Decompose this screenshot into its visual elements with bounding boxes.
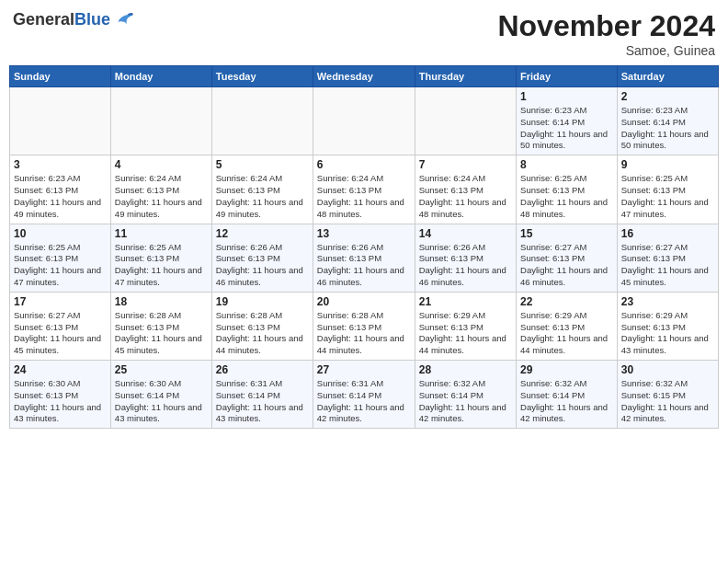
day-number: 8 (520, 158, 613, 171)
logo-bird-icon (112, 9, 134, 31)
calendar-cell: 26Sunrise: 6:31 AM Sunset: 6:14 PM Dayli… (211, 361, 313, 429)
day-info: Sunrise: 6:25 AM Sunset: 6:13 PM Dayligh… (520, 173, 613, 220)
day-number: 10 (14, 227, 107, 240)
calendar-cell: 5Sunrise: 6:24 AM Sunset: 6:13 PM Daylig… (211, 155, 313, 224)
day-number: 28 (419, 363, 512, 376)
day-info: Sunrise: 6:31 AM Sunset: 6:14 PM Dayligh… (216, 378, 309, 425)
day-number: 17 (14, 295, 107, 308)
day-number: 6 (317, 158, 411, 171)
day-number: 30 (621, 363, 714, 376)
calendar-cell: 24Sunrise: 6:30 AM Sunset: 6:13 PM Dayli… (10, 361, 111, 429)
calendar-week-1: 1Sunrise: 6:23 AM Sunset: 6:14 PM Daylig… (10, 87, 719, 155)
day-info: Sunrise: 6:25 AM Sunset: 6:13 PM Dayligh… (14, 242, 107, 289)
day-number: 5 (216, 158, 309, 171)
day-number: 4 (115, 158, 208, 171)
day-number: 13 (317, 227, 411, 240)
day-number: 25 (115, 363, 208, 376)
calendar-cell: 2Sunrise: 6:23 AM Sunset: 6:14 PM Daylig… (617, 87, 718, 155)
calendar-cell: 13Sunrise: 6:26 AM Sunset: 6:13 PM Dayli… (313, 224, 415, 292)
calendar-cell: 21Sunrise: 6:29 AM Sunset: 6:13 PM Dayli… (415, 292, 516, 360)
day-info: Sunrise: 6:23 AM Sunset: 6:13 PM Dayligh… (14, 173, 107, 220)
calendar-week-5: 24Sunrise: 6:30 AM Sunset: 6:13 PM Dayli… (10, 361, 719, 429)
day-number: 23 (621, 295, 714, 308)
day-info: Sunrise: 6:32 AM Sunset: 6:14 PM Dayligh… (419, 378, 512, 425)
weekday-friday: Friday (517, 66, 618, 87)
title-area: November 2024 Samoe, Guinea (497, 9, 715, 58)
day-number: 3 (14, 158, 107, 171)
day-info: Sunrise: 6:25 AM Sunset: 6:13 PM Dayligh… (621, 173, 714, 220)
day-info: Sunrise: 6:23 AM Sunset: 6:14 PM Dayligh… (621, 105, 714, 152)
logo-general: General (13, 10, 74, 29)
day-info: Sunrise: 6:29 AM Sunset: 6:13 PM Dayligh… (419, 310, 512, 357)
day-info: Sunrise: 6:32 AM Sunset: 6:14 PM Dayligh… (520, 378, 613, 425)
calendar-cell: 22Sunrise: 6:29 AM Sunset: 6:13 PM Dayli… (517, 292, 618, 360)
day-info: Sunrise: 6:24 AM Sunset: 6:13 PM Dayligh… (216, 173, 309, 220)
day-number: 16 (621, 227, 714, 240)
day-info: Sunrise: 6:31 AM Sunset: 6:14 PM Dayligh… (317, 378, 411, 425)
logo-blue: Blue (74, 10, 110, 29)
day-number: 7 (419, 158, 512, 171)
calendar-cell (211, 87, 313, 155)
day-info: Sunrise: 6:26 AM Sunset: 6:13 PM Dayligh… (216, 242, 309, 289)
calendar-cell (415, 87, 516, 155)
day-number: 14 (419, 227, 512, 240)
day-info: Sunrise: 6:23 AM Sunset: 6:14 PM Dayligh… (520, 105, 613, 152)
calendar-cell: 12Sunrise: 6:26 AM Sunset: 6:13 PM Dayli… (211, 224, 313, 292)
day-number: 2 (621, 90, 714, 103)
day-number: 24 (14, 363, 107, 376)
weekday-wednesday: Wednesday (313, 66, 415, 87)
calendar-cell (110, 87, 211, 155)
calendar-cell (313, 87, 415, 155)
day-info: Sunrise: 6:28 AM Sunset: 6:13 PM Dayligh… (317, 310, 411, 357)
calendar-cell: 15Sunrise: 6:27 AM Sunset: 6:13 PM Dayli… (517, 224, 618, 292)
calendar-cell: 3Sunrise: 6:23 AM Sunset: 6:13 PM Daylig… (10, 155, 111, 224)
day-number: 20 (317, 295, 411, 308)
weekday-monday: Monday (110, 66, 211, 87)
day-number: 22 (520, 295, 613, 308)
calendar-cell: 19Sunrise: 6:28 AM Sunset: 6:13 PM Dayli… (211, 292, 313, 360)
day-number: 15 (520, 227, 613, 240)
calendar-cell: 29Sunrise: 6:32 AM Sunset: 6:14 PM Dayli… (517, 361, 618, 429)
weekday-tuesday: Tuesday (211, 66, 313, 87)
calendar-cell: 30Sunrise: 6:32 AM Sunset: 6:15 PM Dayli… (617, 361, 718, 429)
calendar-cell: 4Sunrise: 6:24 AM Sunset: 6:13 PM Daylig… (110, 155, 211, 224)
day-info: Sunrise: 6:27 AM Sunset: 6:13 PM Dayligh… (520, 242, 613, 289)
calendar-cell: 25Sunrise: 6:30 AM Sunset: 6:14 PM Dayli… (110, 361, 211, 429)
calendar-cell (10, 87, 111, 155)
calendar-body: 1Sunrise: 6:23 AM Sunset: 6:14 PM Daylig… (10, 87, 719, 429)
day-info: Sunrise: 6:27 AM Sunset: 6:13 PM Dayligh… (621, 242, 714, 289)
calendar-cell: 18Sunrise: 6:28 AM Sunset: 6:13 PM Dayli… (110, 292, 211, 360)
day-number: 1 (520, 90, 613, 103)
calendar-cell: 1Sunrise: 6:23 AM Sunset: 6:14 PM Daylig… (517, 87, 618, 155)
day-number: 27 (317, 363, 411, 376)
day-info: Sunrise: 6:24 AM Sunset: 6:13 PM Dayligh… (115, 173, 208, 220)
calendar-week-3: 10Sunrise: 6:25 AM Sunset: 6:13 PM Dayli… (10, 224, 719, 292)
day-number: 12 (216, 227, 309, 240)
day-info: Sunrise: 6:30 AM Sunset: 6:14 PM Dayligh… (115, 378, 208, 425)
day-info: Sunrise: 6:25 AM Sunset: 6:13 PM Dayligh… (115, 242, 208, 289)
day-info: Sunrise: 6:24 AM Sunset: 6:13 PM Dayligh… (317, 173, 411, 220)
calendar: SundayMondayTuesdayWednesdayThursdayFrid… (9, 65, 719, 429)
day-info: Sunrise: 6:29 AM Sunset: 6:13 PM Dayligh… (520, 310, 613, 357)
day-info: Sunrise: 6:28 AM Sunset: 6:13 PM Dayligh… (115, 310, 208, 357)
calendar-cell: 7Sunrise: 6:24 AM Sunset: 6:13 PM Daylig… (415, 155, 516, 224)
day-info: Sunrise: 6:24 AM Sunset: 6:13 PM Dayligh… (419, 173, 512, 220)
calendar-cell: 23Sunrise: 6:29 AM Sunset: 6:13 PM Dayli… (617, 292, 718, 360)
calendar-cell: 28Sunrise: 6:32 AM Sunset: 6:14 PM Dayli… (415, 361, 516, 429)
calendar-cell: 11Sunrise: 6:25 AM Sunset: 6:13 PM Dayli… (110, 224, 211, 292)
day-number: 26 (216, 363, 309, 376)
day-info: Sunrise: 6:30 AM Sunset: 6:13 PM Dayligh… (14, 378, 107, 425)
weekday-header-row: SundayMondayTuesdayWednesdayThursdayFrid… (10, 66, 719, 87)
calendar-cell: 20Sunrise: 6:28 AM Sunset: 6:13 PM Dayli… (313, 292, 415, 360)
header: GeneralBlue November 2024 Samoe, Guinea (9, 9, 719, 58)
calendar-cell: 6Sunrise: 6:24 AM Sunset: 6:13 PM Daylig… (313, 155, 415, 224)
calendar-cell: 8Sunrise: 6:25 AM Sunset: 6:13 PM Daylig… (517, 155, 618, 224)
calendar-week-2: 3Sunrise: 6:23 AM Sunset: 6:13 PM Daylig… (10, 155, 719, 224)
month-title: November 2024 (497, 9, 715, 43)
location-title: Samoe, Guinea (497, 43, 715, 58)
weekday-saturday: Saturday (617, 66, 718, 87)
day-number: 19 (216, 295, 309, 308)
calendar-cell: 17Sunrise: 6:27 AM Sunset: 6:13 PM Dayli… (10, 292, 111, 360)
calendar-cell: 27Sunrise: 6:31 AM Sunset: 6:14 PM Dayli… (313, 361, 415, 429)
day-number: 9 (621, 158, 714, 171)
